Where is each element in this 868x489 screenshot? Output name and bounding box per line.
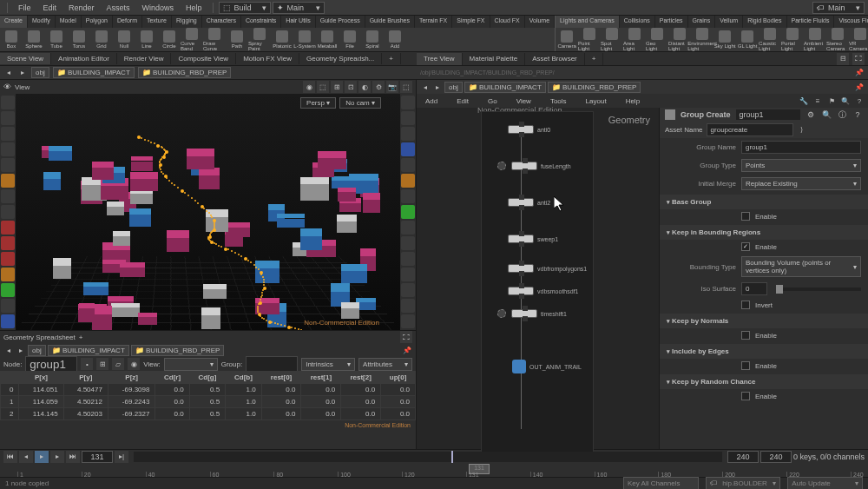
network-node[interactable]: vdbsmoothsdf1 [508,287,578,295]
path-impact[interactable]: 📁 BUILDING_IMPACT [48,345,129,356]
shelf-tool-icon[interactable]: Area Light [623,28,646,51]
timeline-ruler[interactable]: 131 120406080100120131140160180200220240 [0,464,868,478]
shelf-tab[interactable]: Particle Fluids [787,16,835,28]
gear-icon[interactable]: ⚙ [806,109,816,120]
net-menu-layout[interactable]: Layout [581,96,612,107]
shelf-tab[interactable]: Simple FX [452,16,490,28]
menu-help[interactable]: Help [181,2,207,14]
network-node[interactable]: timeshift1 [497,309,567,318]
path-obj[interactable]: obj [444,82,463,93]
shelf-tool-icon[interactable]: Path [226,28,248,51]
shelf-tool-icon[interactable]: Torus [68,28,90,51]
vp-tool-icon[interactable]: ◐ [358,81,371,93]
shelf-tab[interactable]: Characters [202,16,241,28]
section-edges[interactable]: Include by Edges [660,344,868,359]
snap-tool-icon[interactable] [1,236,15,250]
play-button[interactable]: ▸ [35,451,49,463]
points-mode-icon[interactable]: • [81,358,93,370]
spreadsheet-table[interactable]: P[x]P[y]P[z]Cd[r]Cd[g]Cd[b]rest[0]rest[1… [0,371,416,420]
display-tool-icon[interactable] [401,221,415,235]
table-row[interactable]: 1114.0594.50212-69.22430.00.51.00.00.00.… [1,396,416,408]
section-base-group[interactable]: Base Group [660,195,868,209]
desktop-dropdown[interactable]: ⬚Build▾ [219,2,271,14]
pane-tab-add[interactable]: + [585,53,604,65]
search-icon[interactable]: 🔍 [840,96,851,106]
shelf-tool-icon[interactable]: GL Light [736,28,759,51]
shelf-tab[interactable]: Guide Process [316,16,365,28]
pane-tab-add[interactable]: + [382,53,401,64]
enable-checkbox[interactable] [741,331,750,340]
shelf-tool-icon[interactable]: Metaball [316,28,339,51]
vp-tool-icon[interactable]: ⚙ [372,81,385,93]
shelf-tool-icon[interactable]: Draw Curve [203,28,226,51]
pane-tab[interactable]: Motion FX View [236,53,299,64]
tool-icon[interactable] [1,314,15,328]
pane-tab[interactable]: Material Palette [463,53,526,65]
help-icon[interactable]: ? [854,96,865,106]
pane-tab[interactable]: Scene View [0,53,51,64]
shelf-tool-icon[interactable]: Point Light [578,28,601,51]
shelf-tool-icon[interactable]: Spot Light [601,28,623,51]
key-channels-button[interactable]: Key All Channels [623,477,699,489]
next-frame-button[interactable]: ▸ [50,451,64,463]
display-tool-icon[interactable] [401,252,415,266]
path-obj[interactable]: obj [28,345,46,356]
invert-checkbox[interactable] [741,301,750,309]
vp-tool-icon[interactable]: ⬚ [400,81,412,93]
pane-max-icon[interactable]: ⛶ [400,331,412,343]
vp-tool-icon[interactable]: ⊡ [345,81,357,93]
shelf-tab[interactable]: Rigid Bodies [743,16,786,28]
pane-tab[interactable]: Tree View [417,53,463,65]
shelf-tool-icon[interactable]: Geo Light [646,28,668,51]
shelf-tab[interactable]: Vellum [715,16,743,28]
tool-icon[interactable] [1,205,15,219]
group-type-select[interactable]: Points▾ [741,159,861,172]
enable-checkbox[interactable] [741,242,750,251]
table-row[interactable]: 2114.1454.50203-69.23270.00.51.00.00.00.… [1,408,416,420]
shelf-tool-icon[interactable]: Platonic [271,28,293,51]
menu-render[interactable]: Render [63,2,100,14]
shelf-tab[interactable]: Collisions [620,16,655,28]
take-select[interactable]: 🏷 hip.BOULDER▾ [706,477,781,489]
shelf-tab[interactable]: Volume [525,16,555,28]
tool-icon[interactable] [1,299,15,313]
pane-max-icon[interactable]: ⛶ [852,53,865,65]
path-impact[interactable]: 📁 BUILDING_IMPACT [464,82,546,93]
net-menu-tools[interactable]: Tools [545,96,572,107]
net-menu-view[interactable]: View [511,96,536,107]
bounding-type-select[interactable]: Bounding Volume (points or vertices only… [741,256,861,277]
rotate-tool-icon[interactable] [1,127,15,141]
node-name-input[interactable]: group1 [736,109,800,120]
shelf-tab[interactable]: Texture [142,16,172,28]
snap-tool-icon[interactable] [1,221,15,235]
wrench-icon[interactable]: 🔧 [799,96,809,106]
iso-surface-input[interactable]: 0 [741,282,767,295]
network-node[interactable]: fuseLength [497,162,571,170]
pane-tab-add[interactable]: + [79,334,83,341]
pane-pin-icon[interactable]: ⊟ [837,53,849,65]
snap-tool-icon[interactable] [1,252,15,266]
select-tool-icon[interactable] [1,96,15,109]
node-input[interactable] [25,356,77,373]
prev-frame-button[interactable]: ◂ [19,451,33,463]
shelf-tab[interactable]: Terrain FX [415,16,452,28]
shelf-tool-icon[interactable]: VR Camera [849,28,868,51]
group-name-input[interactable]: group1 [741,141,861,154]
search-icon[interactable]: 🔍 [821,109,832,120]
tool-icon[interactable] [1,268,15,281]
shelf-tool-icon[interactable]: Null [113,28,135,51]
pane-tab[interactable]: Composite View [171,53,236,64]
display-tool-icon[interactable] [401,127,415,141]
current-frame-input[interactable]: 131 [82,451,113,463]
group-input[interactable] [246,356,298,373]
first-frame-button[interactable]: ⏮ [3,451,17,463]
scale-tool-icon[interactable] [1,142,15,156]
shelf-tab[interactable]: Polygon [82,16,113,28]
shelf-tool-icon[interactable]: Caustic Light [759,28,781,51]
net-menu-edit[interactable]: Edit [451,96,474,107]
net-menu-help[interactable]: Help [621,96,645,107]
display-tool-icon[interactable] [401,283,415,297]
attributes-select[interactable]: Attributes▾ [358,358,412,371]
shelf-tool-icon[interactable]: Sky Light [713,28,736,51]
shelf-tab[interactable]: Deform [113,16,142,28]
